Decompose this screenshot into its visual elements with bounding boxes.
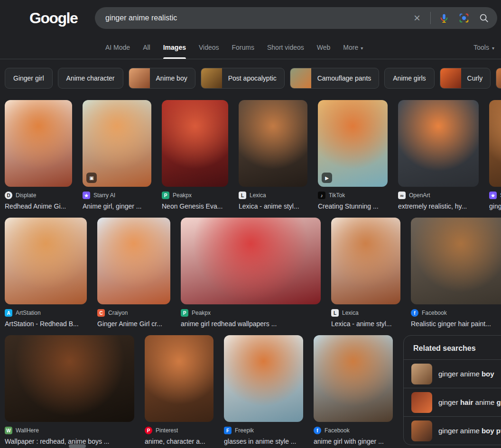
result-source[interactable]: ♪ TikTok	[318, 192, 388, 199]
tab-label: Web	[317, 44, 331, 51]
result-source[interactable]: f Facebook	[411, 309, 501, 317]
related-search-item[interactable]: ginger anime boy pfp	[404, 416, 501, 445]
tab-ai-mode[interactable]: AI Mode	[105, 36, 130, 59]
result-title[interactable]: ginge	[489, 202, 501, 210]
result-title[interactable]: ArtStation - Redhead B...	[5, 320, 87, 328]
results-row-3: W WallHere Wallpaper : redhead, anime bo…	[5, 335, 501, 445]
search-submit-button[interactable]	[474, 9, 493, 27]
result-title[interactable]: Neon Genesis Eva...	[162, 202, 228, 210]
result-thumbnail[interactable]	[398, 100, 479, 187]
result-title[interactable]: Redhead Anime Gi...	[5, 202, 72, 210]
image-result-card: f Facebook Realistic ginger hair paint..…	[411, 218, 501, 328]
result-thumbnail[interactable]	[162, 100, 228, 187]
tab-videos[interactable]: Videos	[199, 36, 219, 59]
image-result-card: P Peakpx anime girl redhead wallpapers .…	[181, 218, 321, 328]
result-title[interactable]: Creating Stunning ...	[318, 202, 388, 210]
chip-anime-character[interactable]: Anime character	[58, 68, 123, 89]
chip-thumbnail	[290, 68, 311, 88]
chip-label: Anime girls	[385, 74, 434, 82]
result-source[interactable]: C Craiyon	[97, 309, 170, 317]
result-title[interactable]: Anime girl, ginger ...	[83, 202, 151, 210]
tab-all[interactable]: All	[143, 36, 150, 59]
result-source[interactable]: L Lexica	[239, 192, 307, 199]
header: Google ×	[0, 0, 501, 36]
result-thumbnail[interactable]	[145, 335, 213, 422]
result-title[interactable]: extremely realistic, hy...	[398, 202, 479, 210]
result-thumbnail[interactable]	[97, 218, 170, 304]
result-thumbnail[interactable]	[411, 218, 501, 304]
chip-partial[interactable]	[496, 68, 501, 89]
related-label: ginger anime boy pfp	[438, 427, 501, 435]
result-source[interactable]: ★ Starry AI	[83, 192, 151, 199]
source-favicon-icon: ∞	[398, 192, 406, 199]
source-favicon-icon: L	[239, 192, 246, 199]
result-source[interactable]: P Peakpx	[162, 192, 228, 199]
related-search-item[interactable]: ginger hair anime girl	[404, 388, 501, 416]
result-thumbnail[interactable]	[489, 100, 501, 187]
result-source[interactable]: L Lexica	[331, 309, 400, 317]
result-title[interactable]: Realistic ginger hair paint...	[411, 320, 501, 328]
source-favicon-icon: D	[5, 192, 12, 199]
result-thumbnail[interactable]	[331, 218, 400, 304]
related-search-item[interactable]: ginger anime boy	[404, 359, 501, 388]
result-thumbnail[interactable]	[239, 100, 307, 187]
image-result-card: A ArtStation ArtStation - Redhead B...	[5, 218, 87, 328]
result-thumbnail[interactable]	[5, 100, 72, 187]
source-favicon-icon: ♪	[318, 192, 325, 199]
result-source[interactable]: ★ Sta	[489, 192, 501, 199]
chip-ginger-girl[interactable]: Ginger girl	[5, 68, 53, 89]
search-input[interactable]	[105, 14, 408, 22]
close-icon: ×	[414, 12, 420, 24]
result-thumbnail[interactable]	[224, 335, 303, 422]
result-source[interactable]: f Facebook	[314, 427, 393, 434]
related-label: ginger hair anime girl	[438, 398, 501, 406]
chip-label: Post apocalyptic	[222, 74, 284, 82]
result-title[interactable]: Lexica - anime styl...	[239, 202, 307, 210]
result-title[interactable]: Ginger Anime Girl cr...	[97, 320, 170, 328]
image-result-card: L Lexica Lexica - anime styl...	[331, 218, 400, 328]
result-source[interactable]: P Pinterest	[145, 427, 213, 434]
result-source[interactable]: ∞ OpenArt	[398, 192, 479, 199]
tabs-bar: AI Mode All Images Videos Forums Short v…	[0, 36, 501, 59]
voice-search-button[interactable]	[435, 9, 454, 27]
clear-button[interactable]: ×	[408, 9, 427, 27]
chip-post-apocalyptic[interactable]: Post apocalyptic	[201, 68, 285, 89]
search-bar: ×	[95, 7, 497, 29]
result-title[interactable]: Lexica - anime styl...	[331, 320, 400, 328]
result-title[interactable]: anime girl redhead wallpapers ...	[181, 320, 321, 328]
chip-anime-boy[interactable]: Anime boy	[129, 68, 195, 89]
result-title[interactable]: anime girl with ginger ...	[314, 438, 393, 445]
result-title[interactable]: glasses in anime style ...	[224, 438, 303, 445]
result-thumbnail[interactable]: ▶	[318, 100, 388, 187]
tools-label: Tools	[473, 44, 489, 51]
tab-web[interactable]: Web	[317, 36, 331, 59]
result-thumbnail[interactable]	[314, 335, 393, 422]
result-source[interactable]: W WallHere	[5, 427, 134, 434]
result-thumbnail[interactable]	[5, 218, 87, 304]
tab-more[interactable]: More ▾	[343, 36, 363, 59]
related-thumbnail	[411, 392, 432, 413]
source-name: Facebook	[325, 427, 350, 434]
google-images-results-page: Google ×	[0, 0, 501, 445]
tab-forums[interactable]: Forums	[232, 36, 254, 59]
chip-curly[interactable]: Curly	[440, 68, 491, 89]
tab-images[interactable]: Images	[163, 36, 186, 59]
result-title[interactable]: anime, character a...	[145, 438, 213, 445]
lens-button[interactable]	[455, 9, 473, 27]
result-source[interactable]: F Freepik	[224, 427, 303, 434]
tools-button[interactable]: Tools ▾	[473, 44, 494, 51]
result-source[interactable]: D Displate	[5, 192, 72, 199]
google-logo[interactable]: Google	[29, 9, 76, 27]
chip-anime-girls[interactable]: Anime girls	[384, 68, 434, 89]
tabs-list: AI Mode All Images Videos Forums Short v…	[105, 36, 363, 59]
result-thumbnail[interactable]	[5, 335, 134, 422]
result-source[interactable]: A ArtStation	[5, 309, 87, 317]
horizontal-scrollbar-thumb[interactable]	[69, 444, 86, 448]
result-source[interactable]: P Peakpx	[181, 309, 321, 317]
source-favicon-icon: P	[145, 427, 152, 434]
tab-short-videos[interactable]: Short videos	[267, 36, 304, 59]
chip-camouflage-pants[interactable]: Camouflage pants	[290, 68, 380, 89]
result-thumbnail[interactable]	[181, 218, 321, 304]
result-thumbnail[interactable]: ▣	[83, 100, 151, 187]
source-favicon-icon: ★	[83, 192, 90, 199]
